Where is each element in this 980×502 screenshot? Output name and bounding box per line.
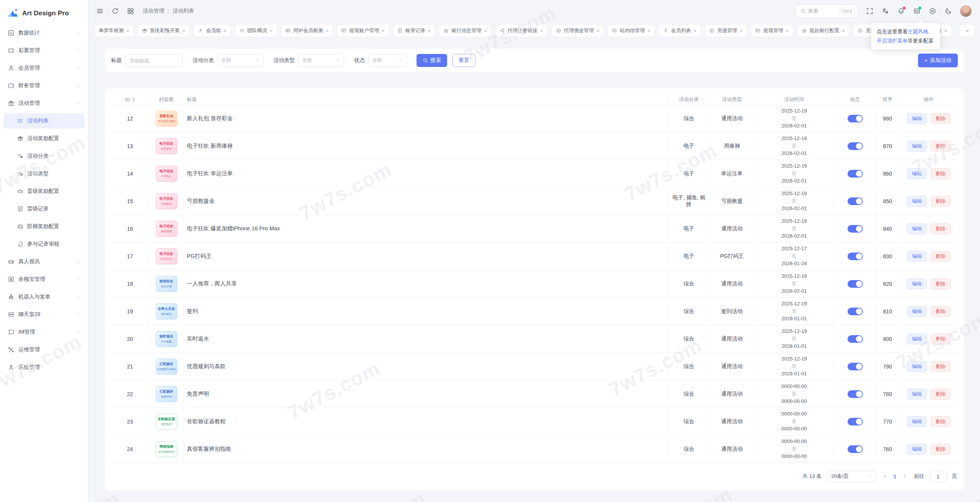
page-size-select[interactable]: 20条/页: [827, 471, 876, 482]
edit-button[interactable]: 编辑: [907, 306, 927, 317]
cover-image[interactable]: 电子狂欢亏损救援: [156, 193, 177, 209]
tab-团队概况[interactable]: 团队概况×: [235, 24, 278, 37]
delete-button[interactable]: 删除: [931, 223, 951, 234]
edit-button[interactable]: 编辑: [907, 141, 927, 152]
current-page[interactable]: 1: [893, 474, 897, 479]
edit-button[interactable]: 编辑: [907, 361, 927, 372]
tab-代理注册链接[interactable]: 代理注册链接×: [495, 24, 548, 37]
edit-button[interactable]: 编辑: [907, 251, 927, 262]
close-icon[interactable]: ×: [126, 28, 129, 33]
fullscreen-icon[interactable]: [866, 7, 874, 15]
delete-button[interactable]: 删除: [931, 251, 951, 262]
goto-page-input[interactable]: [930, 471, 947, 482]
messages-button[interactable]: [913, 7, 921, 15]
sidebar-item-真人视讯[interactable]: 真人视讯: [3, 254, 85, 269]
sidebar-item-运维管理[interactable]: 运维管理: [3, 342, 85, 357]
close-icon[interactable]: ×: [944, 28, 947, 33]
close-icon[interactable]: ×: [740, 28, 743, 33]
tab-提现管理[interactable]: 提现管理×: [751, 24, 794, 37]
status-toggle[interactable]: [848, 225, 863, 233]
sidebar-item-参与记录审核[interactable]: 参与记录审核: [3, 236, 85, 252]
tab-提现账户管理[interactable]: 提现账户管理×: [336, 24, 389, 37]
close-icon[interactable]: ×: [428, 28, 431, 33]
sidebar-item-活动分类[interactable]: 活动分类: [3, 148, 85, 164]
filter-title-input[interactable]: [125, 54, 183, 67]
edit-button[interactable]: 编辑: [907, 113, 927, 124]
delete-button[interactable]: 删除: [931, 389, 951, 399]
status-toggle[interactable]: [848, 197, 863, 205]
apps-grid-icon[interactable]: [127, 7, 134, 15]
cover-image[interactable]: 迎新礼包首存额送1888: [156, 111, 177, 127]
close-icon[interactable]: ×: [183, 28, 186, 33]
global-search-input[interactable]: 搜索 Ctrl k: [796, 5, 858, 18]
delete-button[interactable]: 删除: [931, 306, 951, 317]
close-icon[interactable]: ×: [382, 28, 385, 33]
tab-提款银行配置[interactable]: 提款银行配置×: [797, 24, 850, 37]
delete-button[interactable]: 删除: [931, 361, 951, 372]
delete-button[interactable]: 删除: [931, 168, 951, 179]
edit-button[interactable]: 编辑: [907, 279, 927, 289]
sidebar-item-数据统计[interactable]: 数据统计: [3, 25, 85, 41]
cover-image[interactable]: 实时返水不计输赢: [156, 331, 177, 347]
add-activity-button[interactable]: +添加活动: [918, 54, 958, 67]
sidebar-item-机器人与发单[interactable]: 机器人与发单: [3, 289, 85, 305]
edit-button[interactable]: 编辑: [907, 389, 927, 399]
sidebar-item-活动类型[interactable]: 活动类型: [3, 166, 85, 181]
column-header-ID[interactable]: ID: [111, 95, 149, 104]
status-toggle[interactable]: [848, 170, 863, 178]
notifications-button[interactable]: [897, 7, 905, 15]
close-icon[interactable]: ×: [270, 28, 273, 33]
edit-button[interactable]: 编辑: [907, 444, 927, 455]
sidebar-item-IM管理[interactable]: IM管理: [3, 324, 85, 340]
sidebar-item-聊天室28[interactable]: 聊天室28: [3, 307, 85, 322]
status-toggle[interactable]: [848, 445, 863, 453]
tab-系统彩预开奖[interactable]: 系统彩预开奖×: [137, 24, 190, 37]
status-toggle[interactable]: [848, 363, 863, 370]
status-toggle[interactable]: [848, 390, 863, 398]
close-icon[interactable]: ×: [694, 28, 697, 33]
tooltip-link[interactable]: 主题风格: [908, 29, 928, 34]
edit-button[interactable]: 编辑: [907, 416, 927, 427]
cover-image[interactable]: 推荐好友彩金共享: [156, 276, 177, 292]
refresh-icon[interactable]: [111, 7, 119, 15]
edit-button[interactable]: 编辑: [907, 196, 927, 207]
search-button[interactable]: 搜索: [416, 54, 447, 67]
settings-gear-icon[interactable]: [929, 7, 936, 15]
sidebar-item-余额宝管理[interactable]: 余额宝管理: [3, 272, 85, 287]
delete-button[interactable]: 删除: [931, 141, 951, 152]
status-toggle[interactable]: [848, 253, 863, 260]
status-toggle[interactable]: [848, 418, 863, 425]
filter-status-select[interactable]: 全部: [368, 54, 407, 67]
cover-image[interactable]: 网络指南真假客服辨别: [156, 441, 177, 457]
close-icon[interactable]: ×: [540, 28, 543, 33]
filter-type-select[interactable]: 全部: [298, 54, 344, 67]
reset-button[interactable]: 重置: [452, 54, 475, 67]
sort-icon[interactable]: [132, 97, 135, 102]
cover-image[interactable]: 汇旺娱乐免责声明: [156, 386, 177, 402]
delete-button[interactable]: 删除: [931, 444, 951, 455]
tab-单异常检测[interactable]: 单异常检测×: [94, 24, 134, 37]
sidebar-item-晋级记录[interactable]: 晋级记录: [3, 201, 85, 217]
cover-image[interactable]: 谷歌验证器绑定教程: [156, 414, 177, 430]
prev-page-icon[interactable]: [883, 474, 887, 479]
close-icon[interactable]: ×: [647, 28, 650, 33]
filter-category-select[interactable]: 全部: [217, 54, 263, 67]
tab-代理佣金管理[interactable]: 代理佣金管理×: [551, 24, 604, 37]
tab-站内信管理[interactable]: 站内信管理×: [607, 24, 655, 37]
tab-银行信息管理[interactable]: 银行信息管理×: [439, 24, 492, 37]
close-icon[interactable]: ×: [326, 28, 329, 33]
cover-image[interactable]: 电子狂欢新周俸禄: [156, 138, 177, 154]
sidebar-item-彩票管理[interactable]: 彩票管理: [3, 43, 85, 58]
delete-button[interactable]: 删除: [931, 113, 951, 124]
dark-mode-moon-icon[interactable]: [944, 7, 952, 15]
delete-button[interactable]: 删除: [931, 334, 951, 344]
status-toggle[interactable]: [848, 142, 863, 150]
app-logo[interactable]: Art Design Pro: [0, 3, 88, 25]
language-icon[interactable]: [882, 7, 889, 15]
delete-button[interactable]: 删除: [931, 196, 951, 207]
cover-image[interactable]: 电子狂欢爆奖加赠: [156, 221, 177, 237]
sidebar-item-系统管理[interactable]: 系统管理: [3, 360, 85, 375]
close-icon[interactable]: ×: [484, 28, 487, 33]
status-toggle[interactable]: [848, 280, 863, 288]
tab-充值管理[interactable]: 充值管理×: [704, 24, 747, 37]
